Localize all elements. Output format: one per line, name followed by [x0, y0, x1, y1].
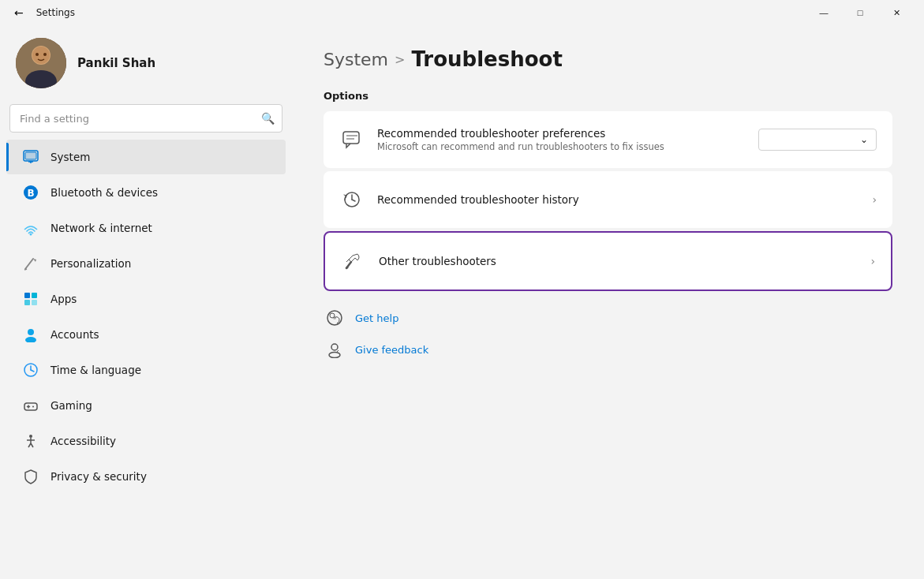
card-recommended-history: Recommended troubleshooter history ›: [324, 171, 892, 228]
chat-icon: [339, 127, 365, 152]
accounts-icon: [22, 326, 39, 343]
chevron-right-icon-history: ›: [872, 193, 877, 206]
card-text-other-troubleshooters: Other troubleshooters: [379, 255, 858, 267]
svg-point-48: [329, 353, 340, 358]
card-row-other-troubleshooters[interactable]: Other troubleshooters ›: [325, 233, 891, 290]
svg-text:B: B: [27, 188, 34, 199]
card-subtitle-recommended-prefs: Microsoft can recommend and run troubles…: [377, 141, 746, 152]
user-name: Pankil Shah: [77, 56, 155, 70]
breadcrumb-current: Troubleshoot: [411, 47, 562, 71]
avatar: [16, 38, 66, 88]
titlebar-controls: — □ ✕: [806, 0, 915, 25]
wrench-icon: [341, 248, 366, 274]
sidebar-item-label-network: Network & internet: [51, 222, 152, 234]
sidebar-item-accounts[interactable]: Accounts: [6, 317, 286, 352]
privacy-icon: [22, 468, 39, 485]
sidebar-item-label-privacy: Privacy & security: [51, 470, 147, 483]
sidebar-item-privacy[interactable]: Privacy & security: [6, 459, 286, 494]
svg-rect-7: [25, 152, 36, 159]
card-title-recommended-history: Recommended troubleshooter history: [377, 193, 859, 206]
svg-point-13: [30, 233, 32, 236]
card-row-recommended-history[interactable]: Recommended troubleshooter history ›: [324, 171, 892, 228]
get-help-link[interactable]: Get help: [355, 312, 398, 324]
svg-point-29: [32, 406, 34, 408]
maximize-button[interactable]: □: [842, 0, 878, 25]
titlebar: ← Settings — □ ✕: [0, 0, 924, 25]
search-input[interactable]: [9, 104, 282, 133]
svg-marker-15: [33, 259, 36, 262]
dropdown-value: [767, 134, 769, 145]
gaming-icon: [22, 397, 39, 414]
breadcrumb-parent[interactable]: System: [324, 50, 388, 69]
svg-line-34: [31, 443, 33, 447]
svg-line-25: [31, 370, 34, 372]
titlebar-left: ← Settings: [9, 3, 75, 22]
sidebar-item-label-accounts: Accounts: [51, 328, 99, 341]
svg-line-42: [346, 260, 349, 262]
sidebar-item-personalization[interactable]: Personalization: [6, 246, 286, 281]
sidebar-item-network[interactable]: Network & internet: [6, 211, 286, 245]
svg-rect-20: [32, 300, 37, 305]
svg-point-46: [333, 316, 336, 319]
back-icon[interactable]: ←: [9, 3, 28, 22]
minimize-button[interactable]: —: [806, 0, 842, 25]
svg-point-22: [25, 337, 36, 342]
close-button[interactable]: ✕: [878, 0, 915, 25]
system-icon: [22, 148, 39, 166]
sidebar-item-label-gaming: Gaming: [51, 399, 92, 412]
sidebar-item-apps[interactable]: Apps: [6, 282, 286, 316]
svg-point-4: [36, 53, 39, 56]
chevron-down-icon: ⌄: [860, 134, 868, 145]
sidebar-item-bluetooth[interactable]: B Bluetooth & devices: [6, 175, 286, 210]
give-feedback-icon: [324, 338, 346, 360]
accessibility-icon: [22, 432, 39, 450]
sidebar-item-label-system: System: [51, 151, 90, 163]
help-links: Get help Give feedback: [324, 307, 892, 360]
svg-line-33: [28, 443, 31, 447]
options-heading: Options: [324, 90, 892, 102]
card-recommended-prefs: Recommended troubleshooter preferences M…: [324, 111, 892, 168]
sidebar: Pankil Shah 🔍 System: [0, 25, 292, 579]
sidebar-item-label-bluetooth: Bluetooth & devices: [51, 186, 158, 199]
apps-icon: [22, 290, 39, 308]
svg-line-40: [352, 200, 355, 201]
card-title-other-troubleshooters: Other troubleshooters: [379, 255, 858, 267]
sidebar-item-accessibility[interactable]: Accessibility: [6, 424, 286, 458]
svg-point-5: [43, 53, 47, 56]
search-container: 🔍: [9, 104, 282, 133]
sidebar-item-label-personalization: Personalization: [51, 257, 131, 270]
svg-rect-35: [343, 132, 359, 144]
app-body: Pankil Shah 🔍 System: [0, 25, 924, 579]
card-row-recommended-prefs[interactable]: Recommended troubleshooter preferences M…: [324, 111, 892, 168]
card-other-troubleshooters: Other troubleshooters ›: [324, 231, 892, 291]
card-text-recommended-history: Recommended troubleshooter history: [377, 193, 859, 206]
give-feedback-row[interactable]: Give feedback: [324, 338, 892, 360]
breadcrumb: System > Troubleshoot: [324, 47, 892, 71]
recommended-prefs-dropdown[interactable]: ⌄: [758, 129, 877, 151]
svg-point-47: [331, 344, 338, 350]
sidebar-item-label-time: Time & language: [51, 364, 141, 376]
svg-rect-18: [32, 293, 37, 298]
svg-point-30: [29, 435, 32, 438]
sidebar-item-label-accessibility: Accessibility: [51, 435, 116, 447]
get-help-row[interactable]: Get help: [324, 307, 892, 329]
time-icon: [22, 361, 39, 379]
svg-point-3: [32, 47, 50, 64]
user-profile[interactable]: Pankil Shah: [0, 25, 292, 104]
breadcrumb-separator: >: [395, 52, 405, 67]
svg-point-21: [28, 329, 34, 335]
sidebar-item-system[interactable]: System: [6, 140, 286, 174]
card-text-recommended-prefs: Recommended troubleshooter preferences M…: [377, 127, 746, 152]
personalization-icon: [22, 255, 39, 272]
card-title-recommended-prefs: Recommended troubleshooter preferences: [377, 127, 746, 140]
sidebar-item-label-apps: Apps: [51, 293, 77, 305]
sidebar-item-gaming[interactable]: Gaming: [6, 388, 286, 423]
svg-rect-17: [24, 293, 30, 298]
history-icon: [339, 187, 365, 212]
card-action-dropdown: ⌄: [758, 129, 877, 151]
content-area: System > Troubleshoot Options Recommende…: [292, 25, 924, 579]
give-feedback-link[interactable]: Give feedback: [355, 344, 428, 356]
sidebar-item-time[interactable]: Time & language: [6, 353, 286, 387]
sidebar-nav: System B Bluetooth & devices: [0, 139, 292, 495]
search-icon: 🔍: [261, 112, 275, 125]
